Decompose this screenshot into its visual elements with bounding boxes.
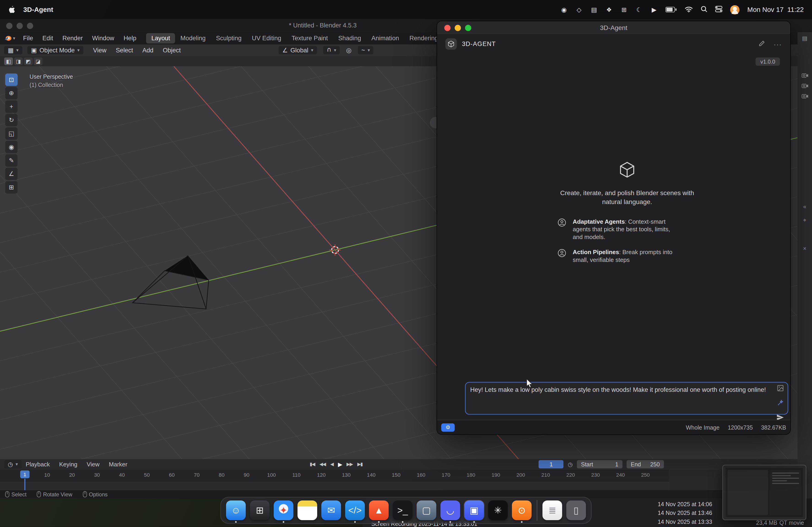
finder-kind-cell[interactable]: QT movie [779,520,804,526]
tool-transform[interactable]: ◉ [5,141,18,153]
minimize-button-inactive[interactable] [16,22,23,29]
end-frame-field[interactable]: End250 [627,460,664,468]
dock-launchpad[interactable]: ⊞ [249,500,270,521]
dock-finder[interactable]: ☺ [226,500,246,521]
apple-menu-icon[interactable] [8,6,15,14]
tool-scale[interactable]: ◱ [5,127,18,140]
workspace-tab[interactable]: Sculpting [211,33,247,43]
screen-record-icon[interactable]: ◉ [561,6,568,13]
timeline-tracks[interactable] [0,481,669,490]
timeline-ruler[interactable]: 1 10203040506070809010011012013014015016… [0,469,669,481]
menubar-app-name[interactable]: 3D-Agent [23,6,53,14]
mode-selector[interactable]: ▣Object Mode▾ [27,46,83,54]
prompt-input[interactable]: Hey! Lets make a low poly cabin swiss st… [465,382,787,414]
extension-icon[interactable]: ❖ [605,6,613,13]
capture-settings-button[interactable]: ⚙ [441,423,455,432]
camera-toggle-icon-2[interactable] [801,83,808,89]
dock-notes[interactable] [297,500,318,521]
close-panel-icon[interactable]: × [803,245,807,252]
viewport-menu-item[interactable]: Select [111,46,138,55]
play-reverse-button[interactable]: ◀ [330,462,333,467]
blender-menu-item[interactable]: Window [87,34,119,43]
tool-select-box[interactable]: ⊡ [5,73,18,86]
dock-dark-app[interactable]: ✳ [488,500,508,521]
blender-menu-item[interactable]: File [18,34,38,43]
finder-size-cell[interactable]: 23,4 MB [756,520,778,526]
tool-add-cube[interactable]: ⊞ [5,181,18,194]
blender-menu-item[interactable]: Render [58,34,87,43]
edit-pencil-icon[interactable] [759,39,765,49]
proportional-editing-toggle[interactable]: ◎ [346,47,351,54]
close-button-inactive[interactable] [6,22,12,29]
tool-move[interactable]: + [5,101,18,113]
snapping-selector[interactable]: ∪▾ [323,46,340,54]
timeline-menu-item[interactable]: Playback [21,461,54,468]
workspace-tab[interactable]: Animation [366,33,404,43]
dock-discord[interactable]: ◡ [440,500,461,521]
dock-trash[interactable]: ▯ [566,500,586,521]
dock-vscode[interactable]: </> [345,500,365,521]
editor-type-selector[interactable]: ▦▾ [4,46,22,54]
next-keyframe-button[interactable]: ▶▶ [347,462,353,467]
jump-to-end-button[interactable]: ▶▮ [357,462,362,467]
timeline-menu-item[interactable]: View [83,461,104,468]
magic-wand-icon[interactable] [777,399,784,408]
wifi-icon[interactable] [685,5,693,14]
timeline-menu-item[interactable]: Keying [55,461,82,468]
dock-safari[interactable]: ✦ [273,500,294,521]
play-button[interactable]: ▶ [338,461,342,468]
viewport-menu-item[interactable]: Object [158,46,185,55]
dock-terminal[interactable]: >_ [392,500,413,521]
timeline-menu-item[interactable]: Marker [105,461,131,468]
focus-moon-icon[interactable]: ☾ [636,6,643,13]
prev-keyframe-button[interactable]: ◀◀ [319,462,326,467]
workspace-tab[interactable]: Modeling [175,33,211,43]
jump-to-start-button[interactable]: ▮◀ [310,462,315,467]
outliner-filter-icon[interactable]: ▤ [802,35,808,42]
dock-3d-agent[interactable]: ▣ [464,500,484,521]
collapse-chevron-icon[interactable]: « [803,204,806,210]
workspace-tab[interactable]: Shading [333,33,366,43]
tool-annotate[interactable]: ✎ [5,154,18,166]
attach-image-icon[interactable] [777,385,784,394]
spotlight-search-icon[interactable] [701,5,707,14]
dock-brave[interactable]: ▲ [368,500,389,521]
proportional-falloff-selector[interactable]: ~▾ [358,46,374,54]
select-mode-extend[interactable]: ◨ [14,57,23,65]
user-avatar[interactable] [730,5,740,14]
dock-blender[interactable]: ⊙ [511,500,532,521]
blender-menu-item[interactable]: Edit [38,34,58,43]
display-icon[interactable]: ▤ [591,6,598,13]
dock-app-window[interactable]: ▢ [416,500,437,521]
zoom-button-inactive[interactable] [27,22,33,29]
current-frame-field[interactable]: 1 [539,460,564,468]
playback-icon[interactable]: ▶ [650,6,658,13]
recording-preview-window[interactable] [723,465,807,520]
battery-icon[interactable] [666,5,677,14]
playhead-line[interactable] [24,479,25,490]
tool-rotate[interactable]: ↻ [5,114,18,126]
workspace-tab[interactable]: UV Editing [247,33,287,43]
menubar-clock[interactable]: Mon Nov 17 11:22 [747,6,803,14]
tool-cursor[interactable]: ⊕ [5,87,18,99]
start-frame-field[interactable]: Start1 [577,460,623,468]
playhead[interactable]: 1 [20,470,30,478]
viewport-menu-item[interactable]: View [88,46,111,55]
control-center-icon[interactable] [715,5,723,14]
window-tiling-icon[interactable]: ⊞ [621,6,628,13]
more-options-icon[interactable]: ··· [774,40,782,48]
workspace-tab[interactable]: Texture Paint [287,33,333,43]
hex-status-icon[interactable]: ◇ [575,6,583,13]
timeline-editor-type[interactable]: ◷▾ [4,460,21,468]
workspace-tab[interactable]: Layout [146,33,175,43]
select-mode-intersect[interactable]: ◪ [34,57,42,65]
viewport-menu-item[interactable]: Add [138,46,158,55]
transform-orientation-selector[interactable]: ∠Global▾ [278,46,317,54]
blender-logo-icon[interactable]: ▾ [4,35,15,41]
camera-toggle-icon-1[interactable] [801,73,808,79]
select-mode-subtract[interactable]: ◩ [24,57,32,65]
blender-menu-item[interactable]: Help [119,34,141,43]
dock-mail[interactable]: ✉ [321,500,342,521]
select-mode-new[interactable]: ◧ [4,57,13,65]
pin-icon[interactable]: ⌖ [803,217,806,224]
